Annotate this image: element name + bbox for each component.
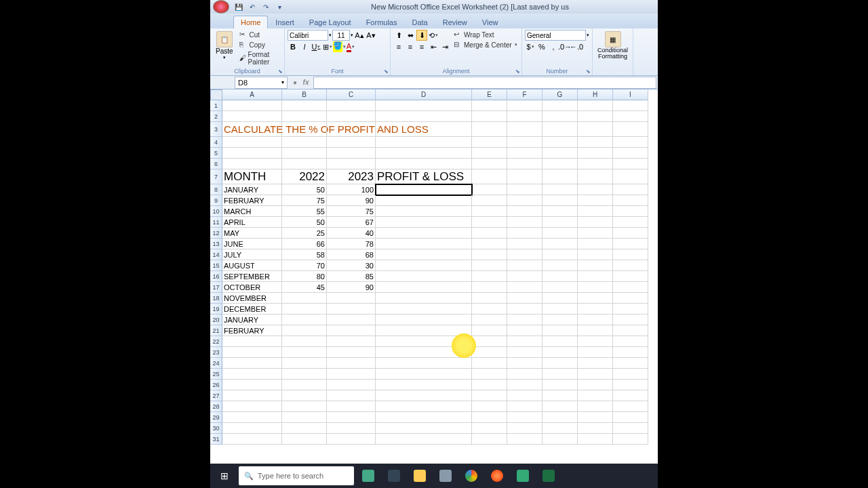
decrease-decimal-icon[interactable]: ←.0: [571, 41, 582, 52]
cell[interactable]: 45: [282, 282, 327, 293]
cell[interactable]: [376, 206, 472, 217]
column-header[interactable]: F: [507, 89, 542, 100]
cell[interactable]: [282, 336, 327, 347]
cell[interactable]: [542, 260, 578, 271]
cell[interactable]: 85: [327, 271, 376, 282]
row-header[interactable]: 4: [210, 137, 222, 148]
cell[interactable]: [376, 195, 472, 206]
row-header[interactable]: 15: [210, 260, 222, 271]
cell[interactable]: [542, 249, 578, 260]
cell[interactable]: [578, 206, 613, 217]
row-header[interactable]: 28: [210, 401, 222, 412]
row-header[interactable]: 7: [210, 169, 222, 184]
cancel-icon[interactable]: ●: [290, 78, 300, 87]
cell[interactable]: [542, 434, 578, 445]
cell[interactable]: [578, 271, 613, 282]
cell[interactable]: [578, 369, 613, 380]
cell[interactable]: [613, 369, 648, 380]
cell[interactable]: [507, 401, 542, 412]
paste-button[interactable]: 📋 Paste ▾: [213, 30, 236, 62]
cell[interactable]: [542, 282, 578, 293]
cell[interactable]: [613, 228, 648, 239]
cell[interactable]: [327, 293, 376, 304]
taskbar-app[interactable]: [357, 466, 380, 486]
cell[interactable]: [542, 336, 578, 347]
cell[interactable]: FEBRUARY: [222, 325, 282, 336]
cell[interactable]: [507, 304, 542, 314]
cell[interactable]: [222, 347, 282, 358]
cell[interactable]: [282, 100, 327, 111]
cell[interactable]: CALCULATE THE % OF PROFIT AND LOSS: [222, 122, 282, 137]
cell[interactable]: [507, 111, 542, 122]
office-button[interactable]: [213, 0, 229, 14]
font-name-input[interactable]: [288, 30, 328, 41]
cell[interactable]: [578, 325, 613, 336]
cell[interactable]: [472, 314, 507, 325]
fill-color-button[interactable]: 🪣: [334, 41, 344, 52]
cell[interactable]: [507, 325, 542, 336]
cell[interactable]: [613, 412, 648, 423]
cell[interactable]: [613, 159, 648, 169]
cell[interactable]: [376, 369, 472, 380]
cell[interactable]: [282, 434, 327, 445]
cell[interactable]: [376, 249, 472, 260]
cell[interactable]: [376, 228, 472, 239]
app-button[interactable]: [511, 466, 534, 486]
cell[interactable]: [507, 217, 542, 228]
cell[interactable]: 100: [327, 184, 376, 195]
column-header[interactable]: A: [222, 89, 282, 100]
cell[interactable]: [613, 314, 648, 325]
cell[interactable]: 40: [327, 228, 376, 239]
cell[interactable]: [578, 423, 613, 434]
cell[interactable]: [507, 347, 542, 358]
cell[interactable]: [542, 390, 578, 401]
cell[interactable]: AUGUST: [222, 260, 282, 271]
cell[interactable]: [613, 401, 648, 412]
cell[interactable]: 90: [327, 282, 376, 293]
chrome-button[interactable]: [460, 466, 483, 486]
row-header[interactable]: 11: [210, 217, 222, 228]
cell[interactable]: [578, 401, 613, 412]
cell[interactable]: [282, 159, 327, 169]
row-header[interactable]: 21: [210, 325, 222, 336]
cell[interactable]: [578, 380, 613, 390]
cell[interactable]: [507, 336, 542, 347]
cell[interactable]: [578, 314, 613, 325]
cell[interactable]: [472, 239, 507, 249]
cell[interactable]: [327, 412, 376, 423]
row-header[interactable]: 10: [210, 206, 222, 217]
cell[interactable]: [282, 412, 327, 423]
cell[interactable]: [578, 184, 613, 195]
cell[interactable]: FEBRUARY: [222, 195, 282, 206]
cell[interactable]: [507, 228, 542, 239]
cell[interactable]: [578, 336, 613, 347]
cell[interactable]: [282, 111, 327, 122]
cell[interactable]: DECEMBER: [222, 304, 282, 314]
increase-decimal-icon[interactable]: .0→: [559, 41, 570, 52]
cell[interactable]: [578, 137, 613, 148]
cell[interactable]: [578, 169, 613, 184]
cell[interactable]: [542, 217, 578, 228]
cell[interactable]: [542, 380, 578, 390]
cell[interactable]: [578, 100, 613, 111]
cell[interactable]: [327, 325, 376, 336]
cell[interactable]: [222, 111, 282, 122]
taskbar-search[interactable]: 🔍 Type here to search: [239, 466, 354, 485]
cell[interactable]: [472, 358, 507, 369]
column-header[interactable]: I: [613, 89, 648, 100]
cell[interactable]: [542, 423, 578, 434]
cell[interactable]: [542, 369, 578, 380]
cell[interactable]: [222, 358, 282, 369]
cell[interactable]: 67: [327, 217, 376, 228]
cell[interactable]: [542, 206, 578, 217]
cell[interactable]: [578, 412, 613, 423]
cell[interactable]: [282, 137, 327, 148]
cell[interactable]: [542, 148, 578, 159]
row-header[interactable]: 31: [210, 434, 222, 445]
cell[interactable]: [327, 369, 376, 380]
cell[interactable]: [613, 111, 648, 122]
cell[interactable]: [327, 159, 376, 169]
number-format-select[interactable]: [525, 30, 586, 41]
cell[interactable]: [507, 195, 542, 206]
align-bottom-icon[interactable]: ⬇: [416, 30, 427, 41]
